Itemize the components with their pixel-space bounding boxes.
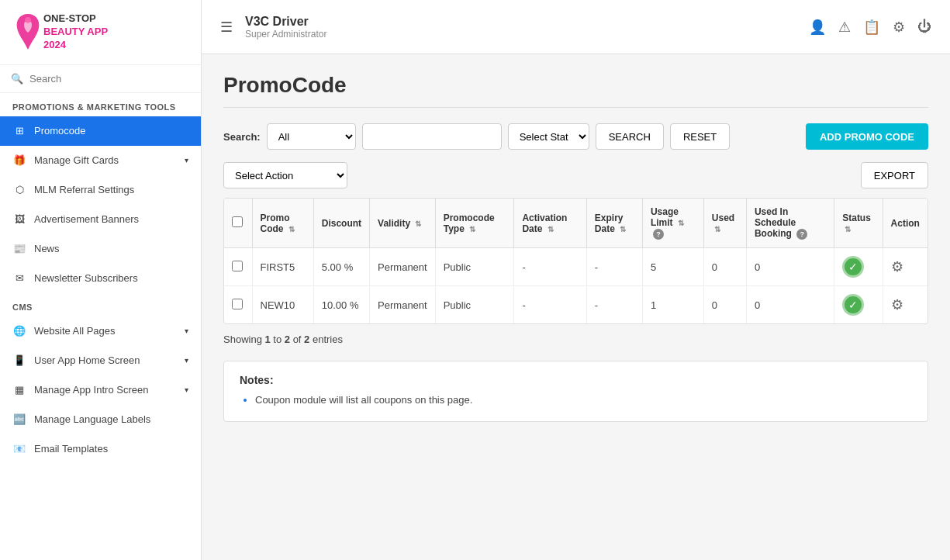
settings-icon[interactable]: ⚙	[893, 19, 905, 36]
layout-icon: ▦	[12, 383, 26, 397]
topbar-title: V3C Driver Super Administrator	[245, 15, 796, 40]
sort-icon: ⇅	[714, 225, 720, 233]
user-icon[interactable]: 👤	[809, 19, 826, 36]
used-schedule-cell: 0	[746, 248, 834, 286]
chevron-down-icon: ▾	[185, 385, 188, 394]
row-checkbox[interactable]	[232, 299, 243, 309]
usage-limit-cell: 1	[642, 286, 703, 324]
sidebar-item-news[interactable]: 📰 News	[0, 234, 201, 264]
page-title: PromoCode	[223, 73, 928, 98]
translate-icon: 🔤	[12, 413, 26, 427]
sort-icon: ⇅	[415, 220, 421, 228]
expiry-date-cell: -	[586, 248, 642, 286]
checkmark-circle-icon: ✓	[842, 294, 864, 316]
driver-name: V3C Driver	[245, 15, 796, 29]
alert-icon[interactable]: ⚠	[838, 19, 851, 36]
add-promo-code-button[interactable]: ADD PROMO CODE	[806, 123, 928, 150]
hamburger-menu-icon[interactable]: ☰	[220, 19, 233, 36]
sidebar-search[interactable]: 🔍	[0, 65, 201, 93]
col-status[interactable]: Status ⇅	[834, 199, 883, 248]
search-input[interactable]	[29, 73, 190, 85]
checkmark-circle-icon: ✓	[842, 256, 864, 278]
sidebar-item-manage-app-intro[interactable]: ▦ Manage App Intro Screen ▾	[0, 375, 201, 405]
col-used[interactable]: Used ⇅	[703, 199, 746, 248]
sidebar-item-language[interactable]: 🔤 Manage Language Labels	[0, 405, 201, 434]
sidebar-item-mlm[interactable]: ⬡ MLM Referral Settings	[0, 175, 201, 205]
sidebar-item-label: Email Templates	[34, 443, 108, 455]
col-checkbox	[224, 199, 252, 248]
select-action-dropdown[interactable]: Select Action Delete	[223, 162, 347, 188]
sidebar-item-label: Manage Language Labels	[34, 413, 150, 425]
sort-icon: ⇅	[469, 225, 475, 233]
status-cell: ✓	[834, 286, 883, 324]
sidebar-item-label: User App Home Screen	[34, 354, 140, 366]
table-row: FIRST5 5.00 % Permanent Public - - 5 0 0…	[224, 248, 928, 286]
row-checkbox[interactable]	[232, 261, 243, 271]
sidebar-item-gift-cards[interactable]: 🎁 Manage Gift Cards ▾	[0, 146, 201, 175]
sort-icon: ⇅	[288, 225, 295, 233]
sidebar-item-label: Promocode	[34, 125, 85, 137]
col-validity[interactable]: Validity ⇅	[370, 199, 436, 248]
sidebar-item-promocode[interactable]: ⊞ Promocode	[0, 116, 201, 146]
sort-icon: ⇅	[548, 225, 554, 233]
row-checkbox-cell	[224, 248, 252, 286]
entries-prefix: Showing	[223, 334, 264, 345]
search-text-input[interactable]	[362, 123, 502, 150]
mobile-icon: 📱	[12, 354, 26, 368]
col-expiry-date[interactable]: Expiry Date ⇅	[586, 199, 642, 248]
sidebar-item-website-pages[interactable]: 🌐 Website All Pages ▾	[0, 316, 201, 346]
topbar: ☰ V3C Driver Super Administrator 👤 ⚠ 📋 ⚙…	[202, 0, 950, 54]
notes-section: Notes: Coupon module will list all coupo…	[223, 361, 928, 422]
power-icon[interactable]: ⏻	[917, 19, 931, 35]
tag-icon: ⊞	[12, 124, 26, 138]
sidebar-item-email-templates[interactable]: 📧 Email Templates	[0, 434, 201, 464]
action-gear-button[interactable]: ⚙	[891, 258, 903, 275]
search-button[interactable]: SEARCH	[596, 123, 664, 150]
entries-from: 1	[264, 334, 270, 345]
content-area: PromoCode Search: All Promo Code Discoun…	[202, 54, 950, 560]
status-dropdown[interactable]: Select Stat Active Inactive	[508, 123, 589, 150]
col-discount: Discount	[313, 199, 369, 248]
chevron-down-icon: ▾	[185, 327, 188, 335]
schedule-booking-info-icon[interactable]: ?	[796, 229, 807, 240]
sort-icon: ⇅	[678, 219, 684, 227]
col-promocode-type[interactable]: Promocode Type ⇅	[435, 199, 514, 248]
discount-cell: 10.00 %	[313, 286, 369, 324]
entries-info: Showing 1 to 2 of 2 entries	[223, 334, 928, 345]
action-cell: ⚙	[883, 286, 928, 324]
search-icon: 🔍	[11, 73, 23, 85]
sidebar: ONE-STOP BEAUTY APP 2024 🔍 PROMOTIONS & …	[0, 0, 202, 560]
section-cms-title: CMS	[0, 293, 201, 316]
clipboard-icon[interactable]: 📋	[863, 19, 880, 36]
activation-date-cell: -	[514, 248, 586, 286]
col-promo-code[interactable]: Promo Code ⇅	[252, 199, 313, 248]
notes-list: Coupon module will list all coupons on t…	[240, 394, 912, 406]
sidebar-item-label: Advertisement Banners	[34, 213, 139, 225]
sidebar-item-user-app[interactable]: 📱 User App Home Screen ▾	[0, 346, 201, 375]
chevron-down-icon: ▾	[185, 156, 188, 164]
notes-item: Coupon module will list all coupons on t…	[255, 394, 912, 406]
action-cell: ⚙	[883, 248, 928, 286]
chevron-down-icon: ▾	[185, 356, 188, 365]
usage-limit-info-icon[interactable]: ?	[653, 229, 664, 240]
entries-suffix: entries	[309, 334, 343, 345]
select-all-checkbox[interactable]	[232, 216, 243, 227]
share-icon: ⬡	[12, 183, 26, 197]
table-row: NEW10 10.00 % Permanent Public - - 1 0 0…	[224, 286, 928, 324]
sidebar-item-newsletter[interactable]: ✉ Newsletter Subscribers	[0, 264, 201, 293]
promo-table: Promo Code ⇅ Discount Validity ⇅ Promoco…	[224, 199, 928, 323]
notes-title: Notes:	[240, 374, 912, 386]
sort-icon: ⇅	[620, 225, 626, 233]
sidebar-item-advertisement[interactable]: 🖼 Advertisement Banners	[0, 205, 201, 234]
status-active-badge: ✓	[842, 256, 864, 278]
sidebar-item-label: Manage Gift Cards	[34, 154, 119, 166]
reset-button[interactable]: RESET	[670, 123, 730, 150]
col-used-schedule-booking: Used In Schedule Booking ?	[746, 199, 834, 248]
export-button[interactable]: EXPORT	[861, 162, 928, 188]
search-type-dropdown[interactable]: All Promo Code Discount	[267, 123, 356, 150]
col-activation-date[interactable]: Activation Date ⇅	[514, 199, 586, 248]
col-usage-limit[interactable]: Usage Limit ⇅ ?	[642, 199, 703, 248]
email-icon: 📧	[12, 442, 26, 456]
sort-icon: ⇅	[845, 225, 851, 233]
action-gear-button[interactable]: ⚙	[891, 296, 903, 313]
